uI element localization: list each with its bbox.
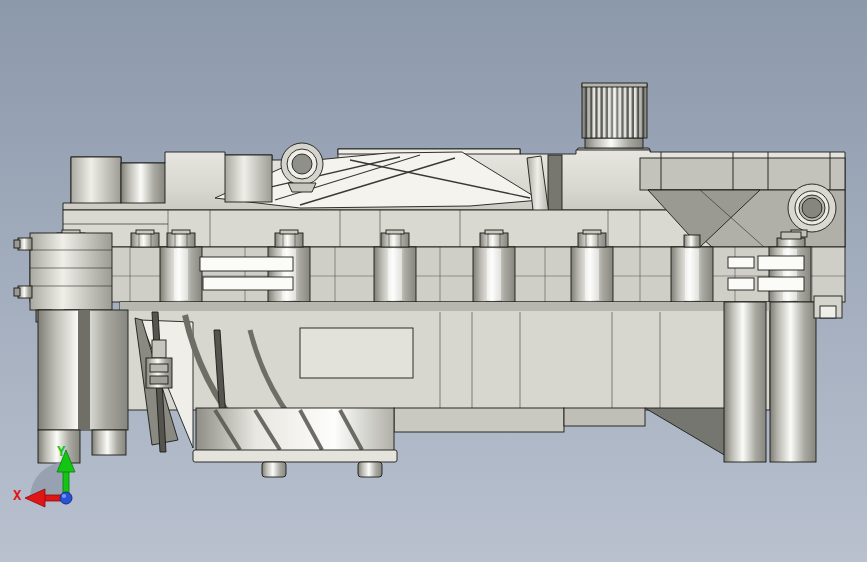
z-axis-dot [60, 492, 72, 504]
flange-band[interactable] [30, 247, 845, 302]
x-axis-label: X [13, 487, 22, 503]
bolt-top-right [777, 232, 805, 248]
y-axis-label: Y [57, 443, 66, 459]
cad-viewport[interactable]: Y X [0, 0, 867, 562]
z-axis-highlight [62, 494, 66, 498]
spline-shaft[interactable] [577, 83, 650, 154]
